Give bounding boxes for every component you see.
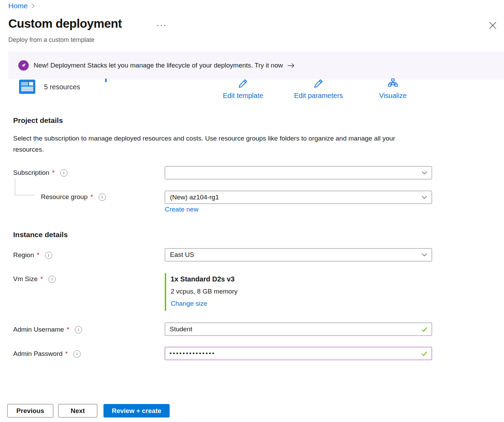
instance-details-heading: Instance details — [13, 231, 68, 239]
close-icon[interactable] — [489, 21, 497, 29]
arrow-right-icon — [287, 63, 295, 69]
edit-template-button[interactable]: Edit template — [215, 78, 271, 100]
breadcrumb-home-link[interactable]: Home — [8, 2, 28, 10]
info-icon[interactable] — [99, 194, 106, 201]
required-asterisk: * — [37, 251, 39, 259]
breadcrumb-chevron-icon — [31, 3, 35, 9]
admin-password-field — [165, 347, 432, 360]
hierarchy-icon — [388, 78, 398, 90]
rocket-icon — [18, 60, 29, 71]
footer-actions: Previous Next Review + create — [7, 404, 170, 417]
subscription-dropdown[interactable] — [165, 166, 432, 179]
vm-size-specs: 2 vcpus, 8 GB memory — [171, 288, 237, 295]
info-icon[interactable] — [73, 350, 81, 358]
vm-size-label: Vm Size * — [13, 275, 56, 283]
page-title: Custom deployment — [8, 17, 122, 30]
region-dropdown[interactable]: East US — [165, 248, 432, 261]
chevron-down-icon — [421, 170, 428, 176]
change-size-link[interactable]: Change size — [171, 300, 237, 307]
info-icon[interactable] — [75, 326, 82, 333]
resource-group-dropdown[interactable]: (New) az104-rg1 — [165, 191, 432, 204]
required-asterisk: * — [52, 169, 55, 177]
info-icon[interactable] — [60, 169, 68, 177]
banner-message: New! Deployment Stacks let you manage th… — [34, 62, 283, 69]
region-label: Region * — [13, 251, 52, 259]
info-icon[interactable] — [48, 276, 56, 283]
project-details-description: Select the subscription to manage deploy… — [13, 133, 411, 155]
subscription-label: Subscription * — [13, 169, 68, 177]
vm-size-summary: 1x Standard D2s v3 2 vcpus, 8 GB memory … — [165, 273, 237, 311]
required-asterisk: * — [90, 193, 93, 201]
pencil-icon — [238, 78, 248, 90]
context-menu-ellipsis-icon[interactable]: ··· — [156, 20, 167, 30]
admin-username-field — [165, 323, 432, 336]
region-value: East US — [170, 251, 421, 259]
vm-size-selection: 1x Standard D2s v3 — [171, 275, 237, 283]
required-asterisk: * — [67, 326, 69, 333]
clipped-content-fragment — [105, 79, 107, 82]
info-icon[interactable] — [45, 252, 52, 259]
edit-parameters-button[interactable]: Edit parameters — [287, 78, 350, 100]
visualize-button[interactable]: Visualize — [370, 78, 415, 100]
valid-check-icon — [421, 350, 428, 357]
required-asterisk: * — [65, 350, 68, 358]
template-icon — [19, 80, 35, 94]
admin-password-label: Admin Password * — [13, 350, 81, 358]
resource-group-label: Resource group * — [41, 193, 106, 201]
chevron-down-icon — [421, 252, 428, 258]
page-subtitle: Deploy from a custom template — [8, 36, 94, 44]
valid-check-icon — [421, 326, 428, 333]
breadcrumb: Home — [8, 2, 35, 10]
visualize-label: Visualize — [379, 92, 407, 100]
edit-parameters-label: Edit parameters — [294, 92, 343, 100]
edit-template-label: Edit template — [223, 92, 263, 100]
next-button[interactable]: Next — [58, 404, 97, 417]
review-create-button[interactable]: Review + create — [104, 404, 170, 417]
previous-button[interactable]: Previous — [7, 404, 53, 417]
project-details-heading: Project details — [13, 116, 63, 125]
pencil-icon — [313, 78, 324, 90]
chevron-down-icon — [421, 194, 428, 200]
deployment-stacks-banner[interactable]: New! Deployment Stacks let you manage th… — [8, 52, 504, 79]
admin-password-input[interactable] — [165, 347, 432, 360]
required-asterisk: * — [40, 275, 43, 283]
admin-username-label: Admin Username * — [13, 326, 82, 333]
indent-connector-line — [15, 179, 35, 195]
resource-group-value: (New) az104-rg1 — [170, 194, 421, 201]
resources-count: 5 resources — [44, 83, 80, 91]
admin-username-input[interactable] — [165, 323, 432, 336]
create-new-link[interactable]: Create new — [165, 206, 198, 213]
